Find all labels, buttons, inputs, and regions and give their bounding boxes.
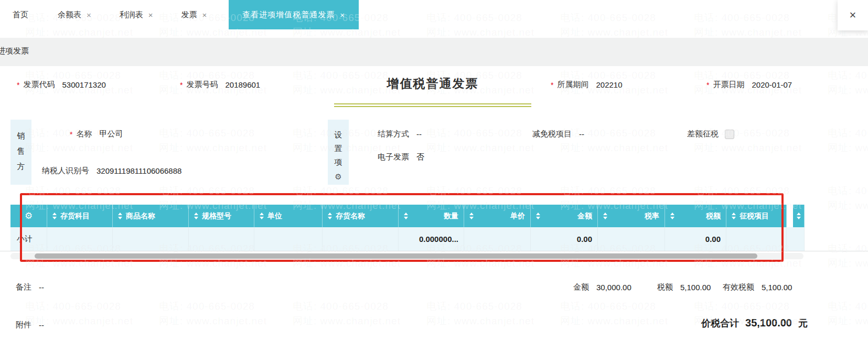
field-label: 结算方式 xyxy=(378,129,409,139)
sort-icon[interactable] xyxy=(260,213,264,219)
column-label: 税额 xyxy=(706,211,721,221)
page-title: 进项发票 xyxy=(0,46,29,56)
column-label: 规格型号 xyxy=(202,211,231,221)
invoice-code-field: * 发票代码 5300171320 xyxy=(17,80,106,90)
summary-amount: 金额 30,000.00 xyxy=(573,282,631,292)
tab-view-input-vat-invoice[interactable]: 查看进项增值税普通发票 × xyxy=(229,0,359,29)
gear-icon[interactable]: ⚙ xyxy=(25,210,33,221)
tab-label: 首页 xyxy=(13,10,28,20)
period-field: * 所属期间 202210 xyxy=(551,80,623,90)
field-value: 32091119811106066888 xyxy=(97,166,181,175)
sort-icon[interactable] xyxy=(732,213,736,219)
tab-invoice[interactable]: 发票 × xyxy=(175,0,213,29)
total-label: 价税合计 xyxy=(701,317,739,330)
column-label: 商品名称 xyxy=(126,211,155,221)
field-value: 否 xyxy=(416,152,424,162)
tab-home[interactable]: 首页 xyxy=(5,0,36,29)
field-value: 甲公司 xyxy=(99,129,123,139)
close-tab-icon[interactable]: × xyxy=(148,10,153,19)
tab-label: 利润表 xyxy=(120,10,143,20)
tab-profit-sheet[interactable]: 利润表 × xyxy=(113,0,159,29)
required-asterisk: * xyxy=(17,81,19,89)
close-tab-icon[interactable]: × xyxy=(340,10,345,19)
col-header-unit-price[interactable]: 单价 xyxy=(464,205,531,227)
field-value: -- xyxy=(579,130,584,139)
close-tab-icon[interactable]: × xyxy=(87,10,91,19)
field-value: -- xyxy=(416,130,422,139)
tax-relief-field: 减免税项目 -- xyxy=(532,129,584,139)
diff-taxation-checkbox[interactable] xyxy=(725,130,734,139)
required-asterisk: * xyxy=(551,81,553,89)
total-with-tax: 价税合计 35,100.00 元 xyxy=(701,317,808,330)
col-header-tax-rate[interactable]: 税率 xyxy=(598,205,665,227)
field-value: 2020-01-07 xyxy=(752,80,792,89)
col-header-quantity[interactable]: 数量 xyxy=(399,205,464,227)
tab-label: 查看进项增值税普通发票 xyxy=(242,10,335,20)
column-label: 存货名称 xyxy=(336,211,365,221)
close-tab-icon[interactable]: × xyxy=(202,10,207,19)
field-label: 减免税项目 xyxy=(532,129,572,139)
col-header-product-name[interactable]: 商品名称 xyxy=(113,205,189,227)
sort-icon[interactable] xyxy=(670,213,674,219)
table-cell xyxy=(787,227,793,251)
column-settings-button[interactable]: ⚙ xyxy=(10,205,47,227)
field-label: 差额征税 xyxy=(687,129,719,139)
seller-strip: 销售方 xyxy=(10,120,31,185)
field-label: 税额 xyxy=(657,282,673,292)
col-header-amount[interactable]: 金额 xyxy=(531,205,598,227)
table-cell xyxy=(113,227,189,251)
sort-icon[interactable] xyxy=(797,213,801,219)
subtotal-quantity: 0.000000... xyxy=(399,227,464,251)
invoice-date-field: * 开票日期 2020-01-07 xyxy=(706,80,792,90)
column-label: 征税项目 xyxy=(740,211,769,221)
tab-balance-sheet[interactable]: 余额表 × xyxy=(51,0,98,29)
col-header-inventory-account[interactable]: 存货科目 xyxy=(47,205,113,227)
required-asterisk: * xyxy=(70,130,72,139)
settlement-method-field: 结算方式 -- xyxy=(378,129,422,139)
subtotal-tax: 0.00 xyxy=(665,227,726,251)
sort-icon[interactable] xyxy=(404,213,408,219)
remark-field: 备注 -- xyxy=(16,282,44,292)
sort-icon[interactable] xyxy=(118,213,122,219)
sort-icon[interactable] xyxy=(328,213,332,219)
field-label: 纳税人识别号 xyxy=(42,166,89,176)
col-header-tax-item[interactable]: 征税项目 xyxy=(726,205,787,227)
field-label: 有效税额 xyxy=(723,282,754,292)
total-unit: 元 xyxy=(798,317,808,330)
col-header-spec-model[interactable]: 规格型号 xyxy=(189,205,254,227)
column-label: 数量 xyxy=(444,211,458,221)
sort-icon[interactable] xyxy=(469,213,474,219)
sort-icon[interactable] xyxy=(603,213,607,219)
col-header-unit[interactable]: 单位 xyxy=(254,205,323,227)
gear-icon[interactable]: ⚙ xyxy=(335,172,341,182)
sort-icon[interactable] xyxy=(536,213,540,219)
column-label: 税率 xyxy=(645,211,659,221)
column-label: 单价 xyxy=(510,211,525,221)
field-label: 电子发票 xyxy=(378,152,409,162)
electronic-invoice-field: 电子发票 否 xyxy=(378,152,424,162)
title-underline xyxy=(334,103,531,107)
table-cell xyxy=(47,227,113,251)
field-value: 202210 xyxy=(596,80,622,89)
summary-tax: 税额 5,100.00 xyxy=(657,282,711,292)
table-cell xyxy=(793,227,805,251)
subtotal-row: 小计 0.000000... 0.00 0.00 xyxy=(10,227,805,251)
window-close-button[interactable]: × xyxy=(838,0,868,30)
col-header-inventory-name[interactable]: 存货名称 xyxy=(323,205,399,227)
sort-icon[interactable] xyxy=(52,213,57,219)
column-label: 金额 xyxy=(577,211,592,221)
table-cell xyxy=(726,227,787,251)
table-header: ⚙ 存货科目 商品名称 规格型号 单位 xyxy=(10,205,805,227)
sort-icon[interactable] xyxy=(194,213,198,219)
table-cell xyxy=(598,227,665,251)
field-value: 30,000.00 xyxy=(596,283,631,292)
settings-panel-toggle[interactable]: 设置项 ⚙ xyxy=(328,120,349,185)
field-label: 名称 xyxy=(76,129,92,139)
scrollbar-thumb[interactable] xyxy=(35,253,757,259)
field-label: 发票号码 xyxy=(186,80,218,90)
col-header-tax-amount[interactable]: 税额 xyxy=(665,205,726,227)
tab-label: 发票 xyxy=(181,10,197,20)
col-header-extra[interactable] xyxy=(793,205,805,227)
seller-label: 销售方 xyxy=(17,128,25,174)
close-icon: × xyxy=(850,8,856,22)
